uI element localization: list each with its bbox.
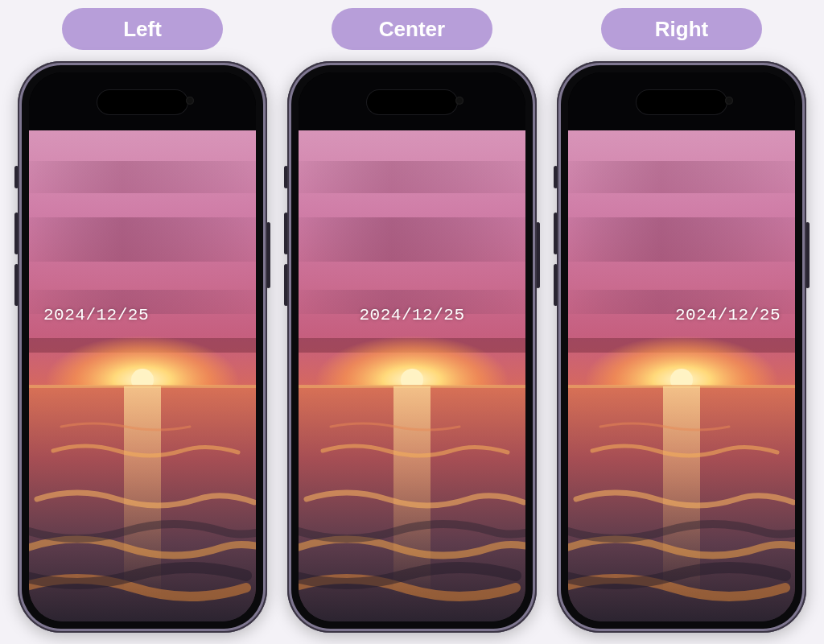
alignment-demo-canvas: Left 2024/12/25 Center — [0, 0, 824, 644]
phone-frame: 2024/12/25 — [557, 61, 806, 633]
phone-mockup-left: 2024/12/25 — [18, 61, 267, 633]
sunset-wallpaper — [568, 129, 795, 621]
dynamic-island-icon — [637, 90, 727, 114]
front-camera-icon — [725, 97, 733, 105]
phone-mockup-center: 2024/12/25 — [287, 61, 537, 633]
alignment-pill-center[interactable]: Center — [332, 8, 492, 50]
alignment-option-center: Center 2024/12/25 — [287, 8, 537, 633]
sunset-wallpaper — [29, 129, 256, 621]
phone-screen: 2024/12/25 — [29, 72, 256, 621]
front-camera-icon — [455, 97, 464, 105]
sunset-wallpaper — [299, 129, 525, 621]
phone-frame: 2024/12/25 — [18, 61, 267, 633]
phone-frame: 2024/12/25 — [287, 61, 537, 633]
alignment-option-left: Left 2024/12/25 — [18, 8, 267, 633]
front-camera-icon — [186, 97, 194, 105]
alignment-pill-right[interactable]: Right — [601, 8, 762, 50]
phone-screen: 2024/12/25 — [568, 72, 795, 621]
alignment-pill-left[interactable]: Left — [62, 8, 223, 50]
phone-mockup-right: 2024/12/25 — [557, 61, 806, 633]
alignment-option-right: Right 2024/12/25 — [557, 8, 806, 633]
dynamic-island-icon — [367, 90, 457, 114]
phone-screen: 2024/12/25 — [299, 72, 525, 621]
dynamic-island-icon — [97, 90, 187, 114]
